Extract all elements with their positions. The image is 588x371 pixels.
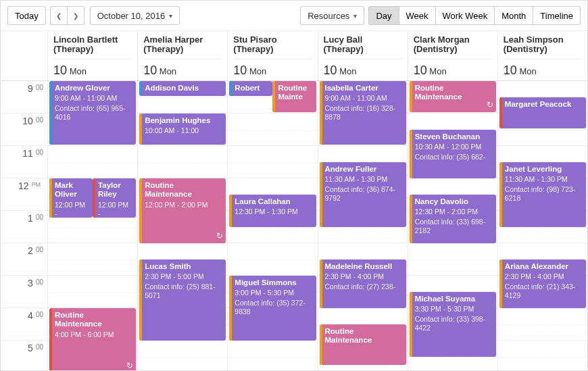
time-label: 900 xyxy=(1,81,47,114)
appointment-title: Andrew Fuller xyxy=(325,165,402,174)
appointment[interactable]: Janet Leverling11:30 AM - 1:30 PMContact… xyxy=(499,162,586,227)
resource-name: Lucy Ball (Therapy) xyxy=(324,35,402,59)
appointment-info: Contact info: (25) 881-5071 xyxy=(145,282,222,299)
resource-header[interactable]: Leah Simpson (Dentistry)10 Mon xyxy=(498,31,587,80)
resource-name: Leah Simpson (Dentistry) xyxy=(504,35,582,59)
header-date: 10 Mon xyxy=(143,59,222,78)
appointment-title: Laura Callahan xyxy=(235,197,312,207)
status-stripe xyxy=(229,81,232,96)
date-picker[interactable]: October 10, 2016 ▾ xyxy=(90,6,180,25)
appointment[interactable]: Routine Maintenance xyxy=(320,324,406,365)
appointment[interactable]: Lucas Smith2:30 PM - 5:00 PMContact info… xyxy=(139,259,226,341)
appointment[interactable]: Routine Maintenance12:00 PM - 2:00 PM↻ xyxy=(139,178,226,243)
time-label: 1100 xyxy=(1,146,47,178)
view-timeline[interactable]: Timeline xyxy=(533,6,581,25)
appointment[interactable]: Addison Davis xyxy=(139,81,226,96)
appointment[interactable]: Mark Oliver12:00 PM - xyxy=(49,178,93,218)
appointment-title: Janet Leverling xyxy=(505,165,582,174)
calendar-lane[interactable]: Addison DavisBenjamin Hughes10:00 AM - 1… xyxy=(138,81,228,370)
appointment-title: Benjamin Hughes xyxy=(145,116,222,126)
appointment-time: 12:00 PM - 2:00 PM xyxy=(145,201,222,209)
appointment[interactable]: Taylor Riley12:00 PM - xyxy=(93,178,136,218)
caret-down-icon: ▾ xyxy=(169,12,172,20)
appointment[interactable]: Michael Suyama3:30 PM - 5:30 PMContact i… xyxy=(410,292,496,357)
time-label: 100 xyxy=(1,211,47,243)
resource-header[interactable]: Lucy Ball (Therapy)10 Mon xyxy=(318,31,408,80)
appointment-info: Contact info: (35) 372-9838 xyxy=(235,299,312,316)
appointment[interactable]: Robert xyxy=(229,81,272,96)
appointment-time: 2:30 PM - 4:00 PM xyxy=(505,272,582,281)
appointment[interactable]: Routine Maintenance↻ xyxy=(410,81,496,112)
calendar-lane[interactable]: RobertRoutine MainteLaura Callahan12:30 … xyxy=(228,81,318,370)
view-day[interactable]: Day xyxy=(368,6,398,25)
appointment[interactable]: Ariana Alexander2:30 PM - 4:00 PMContact… xyxy=(499,259,586,308)
view-switcher: Day Week Work Week Month Timeline xyxy=(368,6,581,25)
appointment[interactable]: Miguel Simmons3:00 PM - 5:30 PMContact i… xyxy=(229,276,316,341)
calendar-lane[interactable]: Andrew Glover9:00 AM - 11:00 AMContact i… xyxy=(48,81,138,370)
recurrence-icon: ↻ xyxy=(216,231,223,241)
calendar-lane[interactable]: Routine Maintenance↻Steven Buchanan10:30… xyxy=(408,81,498,370)
toolbar: Today ❮ ❯ October 10, 2016 ▾ Resources ▾… xyxy=(1,1,587,31)
appointment-title: Routine Mainte xyxy=(278,84,312,103)
time-label: 500 xyxy=(1,341,47,370)
status-stripe xyxy=(49,308,52,370)
appointment-info: Contact info: (27) 238- xyxy=(325,282,402,291)
appointment[interactable]: Margaret Peacock xyxy=(499,97,586,128)
time-label: 12PM xyxy=(1,178,47,211)
status-stripe xyxy=(49,81,52,145)
appointment-title: Madeleine Russell xyxy=(325,262,402,272)
appointment-time: 9:00 AM - 11:00 AM xyxy=(55,94,132,103)
status-stripe xyxy=(320,162,322,227)
status-stripe xyxy=(139,178,142,243)
appointment-time: 3:00 PM - 5:30 PM xyxy=(235,289,312,297)
appointment[interactable]: Routine Mainte xyxy=(272,81,316,112)
status-stripe xyxy=(320,81,322,145)
today-button[interactable]: Today xyxy=(7,6,46,25)
appointment-title: Mark Oliver xyxy=(55,181,89,200)
resource-header[interactable]: Stu Pisaro (Therapy)10 Mon xyxy=(228,31,318,80)
view-week[interactable]: Week xyxy=(399,6,435,25)
appointment[interactable]: Isabella Carter9:00 AM - 11:00 AMContact… xyxy=(320,81,406,145)
header-date: 10 Mon xyxy=(504,59,582,78)
time-label: 400 xyxy=(1,308,47,341)
appointment-info: Contact info: (35) 682- xyxy=(415,153,492,162)
appointment[interactable]: Andrew Fuller11:30 AM - 1:30 PMContact i… xyxy=(320,162,406,227)
status-stripe xyxy=(499,259,502,308)
appointment[interactable]: Andrew Glover9:00 AM - 11:00 AMContact i… xyxy=(49,81,136,145)
resource-name: Stu Pisaro (Therapy) xyxy=(233,35,312,59)
appointment[interactable]: Benjamin Hughes10:00 AM - 11:00 xyxy=(139,114,226,145)
resource-header[interactable]: Amelia Harper (Therapy)10 Mon xyxy=(138,31,228,80)
appointment[interactable]: Laura Callahan12:30 PM - 1:30 PM xyxy=(229,195,316,227)
appointment-title: Taylor Riley xyxy=(98,181,132,200)
resource-header[interactable]: Clark Morgan (Dentistry)10 Mon xyxy=(408,31,498,80)
appointment-time: 10:30 AM - 12:00 PM xyxy=(415,143,492,151)
appointment[interactable]: Routine Maintenance4:00 PM - 6:00 PM↻ xyxy=(49,308,136,370)
status-stripe xyxy=(320,324,322,365)
status-stripe xyxy=(272,81,275,112)
next-button[interactable]: ❯ xyxy=(67,6,84,25)
appointment-title: Routine Maintenance xyxy=(325,327,402,346)
calendar-lane[interactable]: Isabella Carter9:00 AM - 11:00 AMContact… xyxy=(318,81,408,370)
status-stripe xyxy=(499,97,502,128)
appointment[interactable]: Madeleine Russell2:30 PM - 4:00 PMContac… xyxy=(320,259,406,308)
appointment-info: Contact info: (21) 343-4129 xyxy=(505,282,582,299)
appointment-time: 4:00 PM - 6:00 PM xyxy=(55,330,132,339)
prev-button[interactable]: ❮ xyxy=(50,6,67,25)
appointment-time: 9:00 AM - 11:00 AM xyxy=(325,94,402,103)
calendar-lane[interactable]: Margaret PeacockJanet Leverling11:30 AM … xyxy=(498,81,587,370)
appointment[interactable]: Nancy Davolio12:30 PM - 2:00 PMContact i… xyxy=(410,195,496,243)
appointment-title: Robert xyxy=(235,84,268,93)
appointment[interactable]: Steven Buchanan10:30 AM - 12:00 PMContac… xyxy=(410,130,496,178)
appointment-time: 11:30 AM - 1:30 PM xyxy=(325,175,402,184)
appointment-title: Michael Suyama xyxy=(415,295,492,304)
appointment-time: 12:00 PM - xyxy=(55,201,89,217)
resources-dropdown[interactable]: Resources ▾ xyxy=(300,6,364,25)
resource-header[interactable]: Lincoln Bartlett (Therapy)10 Mon xyxy=(48,31,138,80)
status-stripe xyxy=(410,130,412,178)
appointment-time: 12:30 PM - 1:30 PM xyxy=(235,207,312,216)
view-month[interactable]: Month xyxy=(494,6,533,25)
resource-name: Lincoln Bartlett (Therapy) xyxy=(53,35,132,59)
view-work-week[interactable]: Work Week xyxy=(435,6,495,25)
status-stripe xyxy=(410,81,412,112)
appointment-time: 12:00 PM - xyxy=(98,201,132,217)
